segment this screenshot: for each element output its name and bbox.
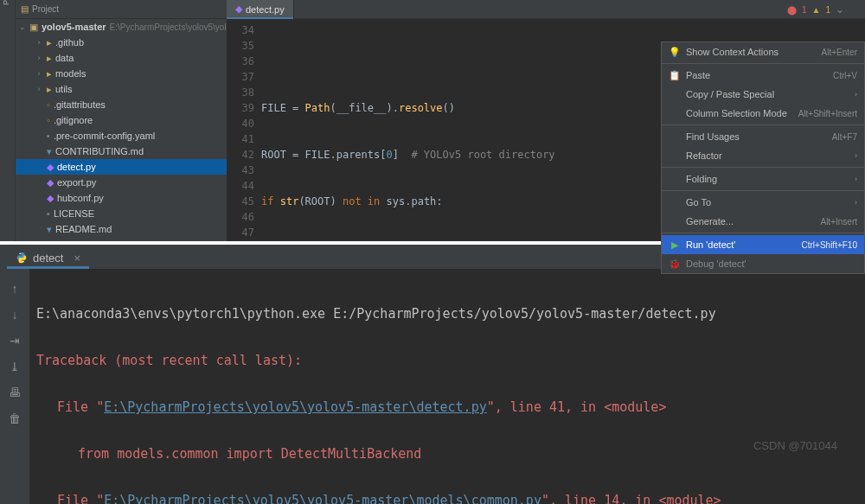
menu-item-paste[interactable]: 📋PasteCtrl+V (662, 66, 864, 85)
svg-point-1 (22, 261, 23, 262)
chevron-right-icon: › (855, 151, 857, 160)
project-item--gitattributes[interactable]: ◦.gitattributes (16, 97, 227, 112)
menu-item-folding[interactable]: Folding› (662, 169, 864, 188)
error-count: 1 (802, 5, 807, 15)
menu-shortcut: Alt+Shift+Insert (798, 109, 857, 118)
chevron-right-icon: › (855, 175, 857, 183)
ide-editor-area: Project ▤ Project ⌄ ▣ yolov5-master E:\P… (0, 0, 865, 241)
menu-item-go-to[interactable]: Go To› (662, 193, 864, 212)
run-toolbar: ↑ ↓ ⇥ ⤓ 🖶 🗑 (0, 269, 29, 504)
project-item-contributing-md[interactable]: ▾CONTRIBUTING.md (16, 144, 227, 159)
menu-item-label: Copy / Paste Special (686, 89, 849, 99)
print-icon[interactable]: 🖶 (7, 385, 22, 400)
chevron-icon: › (35, 54, 43, 62)
file-icon: ◆ (47, 193, 54, 204)
project-item-requirements-txt[interactable]: ▪requirements.txt (16, 237, 227, 241)
chevron-down-icon[interactable]: ⌄ (836, 3, 844, 16)
project-item-label: .github (55, 37, 84, 48)
scroll-to-end-icon[interactable]: ⤓ (7, 359, 22, 374)
menu-item-find-usages[interactable]: Find UsagesAlt+F7 (662, 127, 864, 146)
project-item-label: utils (55, 84, 73, 94)
project-item-label: hubconf.py (57, 193, 104, 203)
debug-icon: 🐞 (669, 258, 681, 270)
up-arrow-icon[interactable]: ↑ (7, 281, 22, 297)
project-item-label: requirements.txt (54, 239, 122, 241)
project-toolwindow-stripe[interactable]: Project (0, 0, 16, 241)
project-stripe-label: Project (2, 0, 10, 5)
project-item-label: README.md (55, 224, 112, 234)
chevron-right-icon: › (855, 198, 857, 207)
down-arrow-icon[interactable]: ↓ (7, 307, 22, 322)
project-item-label: .gitattributes (54, 99, 106, 110)
menu-item-show-context-actions[interactable]: 💡Show Context ActionsAlt+Enter (662, 42, 864, 61)
menu-item-label: Debug 'detect' (686, 258, 857, 269)
run-tool-window: detect × ↑ ↓ ⇥ ⤓ 🖶 🗑 E:\anaconda3\envs\p… (0, 241, 865, 504)
project-item-label: LICENSE (54, 208, 94, 219)
project-tree[interactable]: ▤ Project ⌄ ▣ yolov5-master E:\PycharmPr… (16, 0, 227, 241)
project-item-hubconf-py[interactable]: ◆hubconf.py (16, 190, 227, 206)
warning-count: 1 (825, 5, 830, 15)
trash-icon[interactable]: 🗑 (7, 411, 22, 426)
project-item-label: models (55, 68, 86, 79)
paste-icon: 📋 (669, 70, 681, 81)
project-root-path: E:\PycharmProjects\yolov5\yolo (110, 22, 227, 32)
menu-item-debug-detect-[interactable]: 🐞Debug 'detect' (662, 254, 864, 273)
chevron-right-icon: › (855, 90, 857, 99)
menu-item-label: Show Context Actions (686, 47, 817, 57)
project-item-data[interactable]: ›▸data (16, 50, 227, 66)
menu-shortcut: Ctrl+Shift+F10 (802, 240, 857, 250)
project-item-models[interactable]: ›▸models (16, 66, 227, 81)
menu-item-column-selection-mode[interactable]: Column Selection ModeAlt+Shift+Insert (662, 104, 864, 123)
project-item-detect-py[interactable]: ◆detect.py (16, 159, 227, 175)
editor-tab-detect[interactable]: ◆ detect.py (227, 0, 294, 18)
project-item-export-py[interactable]: ◆export.py (16, 175, 227, 190)
menu-separator (662, 190, 864, 191)
file-icon: ▾ (47, 146, 52, 157)
project-item--github[interactable]: ›▸.github (16, 35, 227, 50)
project-root[interactable]: ⌄ ▣ yolov5-master E:\PycharmProjects\yol… (16, 19, 227, 35)
menu-separator (662, 63, 864, 64)
menu-separator (662, 167, 864, 168)
folder-icon: ▣ (29, 22, 38, 33)
menu-item-label: Paste (686, 70, 828, 80)
file-icon: ◆ (47, 162, 54, 173)
project-root-name: yolov5-master (42, 22, 106, 32)
menu-item-label: Refactor (686, 150, 849, 161)
menu-item-label: Folding (686, 174, 849, 184)
file-icon: ▪ (47, 208, 50, 219)
folder-icon: ▸ (47, 84, 52, 95)
code-editor: ◆ detect.py ⬤1 ▲1 ⌄ 343536 373839 404142… (227, 0, 865, 241)
menu-item-label: Column Selection Mode (686, 108, 793, 118)
project-item--pre-commit-config-yaml[interactable]: ▪.pre-commit-config.yaml (16, 128, 227, 144)
project-item-utils[interactable]: ›▸utils (16, 81, 227, 97)
menu-item-generate-[interactable]: Generate...Alt+Insert (662, 212, 864, 231)
file-link[interactable]: E:\PycharmProjects\yolov5\yolov5-master\… (104, 493, 541, 504)
traceback-header: Traceback (most recent call last): (36, 349, 858, 373)
project-item-license[interactable]: ▪LICENSE (16, 206, 227, 221)
project-item-label: .gitignore (54, 115, 93, 125)
run-output[interactable]: E:\anaconda3\envs\pytorch1\python.exe E:… (29, 269, 865, 504)
menu-item-refactor[interactable]: Refactor› (662, 146, 864, 165)
menu-shortcut: Alt+Insert (820, 217, 857, 226)
project-item-label: .pre-commit-config.yaml (54, 131, 155, 141)
file-icon: ◦ (47, 99, 50, 110)
file-link[interactable]: E:\PycharmProjects\yolov5\yolov5-master\… (104, 399, 487, 415)
project-item-readme-md[interactable]: ▾README.md (16, 221, 227, 237)
run-tab-detect[interactable]: detect × (7, 246, 89, 269)
run-tab-label: detect (33, 252, 63, 265)
warning-icon: ▲ (812, 5, 821, 15)
menu-item-label: Run 'detect' (686, 239, 797, 250)
menu-item-label: Go To (686, 197, 849, 207)
project-tree-header: ▤ Project (16, 0, 227, 19)
svg-point-0 (19, 253, 20, 254)
menu-item-copy-paste-special[interactable]: Copy / Paste Special› (662, 85, 864, 104)
chevron-icon: › (35, 85, 43, 93)
chevron-icon: › (35, 38, 43, 47)
inspection-indicator[interactable]: ⬤1 ▲1 ⌄ (787, 3, 844, 16)
menu-item-run-detect-[interactable]: ▶Run 'detect'Ctrl+Shift+F10 (662, 235, 864, 254)
menu-item-label: Generate... (686, 216, 815, 226)
error-icon: ⬤ (787, 5, 797, 15)
project-item--gitignore[interactable]: ◦.gitignore (16, 112, 227, 128)
soft-wrap-icon[interactable]: ⇥ (7, 333, 22, 348)
close-icon[interactable]: × (74, 252, 80, 265)
